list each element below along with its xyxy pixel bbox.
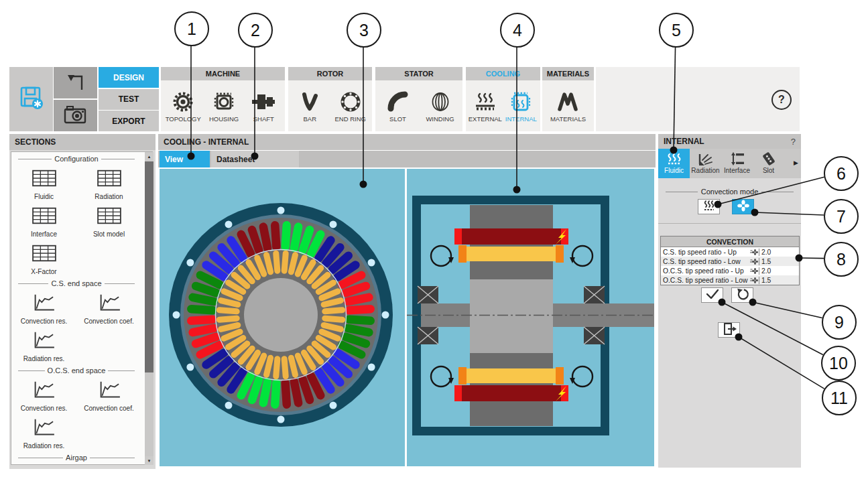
ribbon-group-title: MACHINE — [161, 67, 285, 80]
slot-tab-icon — [760, 151, 778, 167]
ribbon-item-end-ring[interactable]: END RING — [334, 89, 367, 123]
table-icon — [29, 206, 59, 228]
ribbon-item-internal[interactable]: INTERNAL — [504, 89, 538, 123]
scrollbar[interactable]: ▲ ▼ — [145, 152, 153, 465]
ribbon-item-external[interactable]: EXTERNAL — [469, 89, 502, 123]
sections-panel-title: SECTIONS — [15, 137, 56, 147]
section-item-slot-model[interactable]: Slot model — [93, 206, 125, 238]
internal-tab-radiation[interactable]: Radiation — [690, 149, 721, 178]
stator-slot-icon — [387, 89, 410, 115]
axial-cross-section-view[interactable] — [407, 169, 654, 466]
section-item-convection-coef[interactable]: Convection coef. — [84, 380, 134, 412]
section-item-radiation-res[interactable]: Radiation res. — [23, 330, 65, 362]
divider — [658, 223, 801, 224]
callout-11: 11 — [822, 381, 857, 415]
forced-convection-button[interactable] — [732, 199, 754, 214]
section-item-radiation[interactable]: Radiation — [95, 168, 124, 200]
tab-datasheet[interactable]: Datasheet — [211, 151, 299, 167]
section-item-label: Slot model — [93, 230, 125, 238]
application-window: DESIGNTESTEXPORT MACHINETOPOLOGYHOUSINGS… — [0, 0, 868, 477]
ribbon-item-label: BAR — [303, 115, 316, 123]
chart-icon — [30, 380, 57, 403]
export-mode-button[interactable]: EXPORT — [99, 111, 159, 131]
more-tabs-arrow-icon[interactable]: ▶ — [794, 159, 798, 166]
radiation-icon — [697, 151, 715, 167]
parameter-value[interactable]: 2.0 — [759, 249, 799, 256]
ribbon-item-topology[interactable]: TOPOLOGY — [166, 89, 201, 123]
parameter-value[interactable]: 2.0 — [759, 267, 799, 275]
ribbon-item-winding[interactable]: WINDING — [424, 89, 457, 123]
panel-help-button[interactable]: ? — [791, 137, 796, 147]
reset-button[interactable] — [731, 287, 753, 303]
internal-tab-interface[interactable]: Interface — [721, 149, 753, 178]
ribbon-item-slot[interactable]: SLOT — [381, 89, 415, 123]
tab-view[interactable]: View — [160, 151, 210, 167]
section-item-label: Radiation res. — [23, 442, 65, 450]
section-group-title: O.C.S. end space — [48, 366, 106, 374]
internal-tab-label: Fluidic — [664, 167, 684, 174]
help-button[interactable]: ? — [771, 90, 792, 110]
topology-icon — [172, 89, 194, 115]
section-item-label: Convection res. — [21, 318, 67, 325]
rotor-bar-icon — [300, 89, 320, 115]
ribbon-group-cooling: COOLINGEXTERNALINTERNAL — [466, 67, 540, 131]
ribbon-item-materials[interactable]: MATERIALS — [550, 89, 586, 123]
natural-convection-button[interactable] — [698, 199, 720, 214]
design-mode-button[interactable]: DESIGN — [99, 67, 159, 88]
ribbon-item-label: END RING — [335, 115, 366, 123]
save-icon — [18, 84, 45, 114]
return-arrow-button[interactable] — [54, 67, 97, 98]
housing-icon — [212, 89, 235, 115]
ribbon-item-housing[interactable]: HOUSING — [207, 89, 241, 123]
ribbon-help-area: ? — [596, 67, 800, 131]
ribbon-item-bar[interactable]: BAR — [293, 89, 326, 123]
internal-tab-slot[interactable]: Slot — [753, 149, 784, 178]
section-item-convection-res[interactable]: Convection res. — [21, 380, 67, 412]
apply-button[interactable] — [701, 287, 723, 303]
chart-icon — [96, 380, 123, 403]
ribbon-group-title: MATERIALS — [542, 67, 594, 80]
ribbon-group-stator: STATORSLOTWINDING — [375, 67, 462, 131]
fan-small-icon — [748, 258, 759, 265]
export-table-button[interactable] — [718, 322, 740, 338]
internal-tab-fluidic[interactable]: Fluidic — [658, 149, 690, 178]
parameter-value[interactable]: 1.5 — [759, 277, 799, 284]
section-group-o-c-s-end-space: O.C.S. end spaceConvection res.Convectio… — [11, 366, 141, 451]
fan-icon — [736, 200, 751, 214]
radial-cross-section-view[interactable] — [160, 169, 405, 466]
check-icon — [704, 287, 721, 303]
ribbon-group-machine: MACHINETOPOLOGYHOUSINGSHAFT — [161, 67, 285, 131]
ribbon-item-label: SLOT — [389, 115, 406, 123]
end-ring-icon — [339, 89, 362, 115]
parameter-value[interactable]: 1.5 — [759, 258, 799, 265]
internal-panel-title: INTERNAL — [664, 137, 704, 146]
save-button[interactable] — [9, 67, 53, 131]
section-item-label: X-Factor — [31, 268, 56, 275]
section-item-interface[interactable]: Interface — [29, 206, 59, 238]
snapshot-button[interactable] — [54, 100, 97, 131]
section-group-title: Airgap — [66, 454, 87, 462]
scrollbar-up-arrow[interactable]: ▲ — [145, 152, 153, 161]
ribbon-item-shaft[interactable]: SHAFT — [247, 89, 280, 123]
section-item-fluidic[interactable]: Fluidic — [29, 168, 59, 200]
convection-table: CONVECTION C.S. tip speed ratio - Up2.0C… — [660, 236, 800, 285]
scrollbar-thumb[interactable] — [145, 161, 153, 372]
internal-tab-label: Slot — [763, 167, 774, 174]
convection-mode-group: Convection mode — [662, 188, 797, 196]
section-group-title: Configuration — [54, 155, 98, 163]
section-item-convection-res[interactable]: Convection res. — [21, 293, 67, 325]
ribbon-group-title: ROTOR — [288, 67, 372, 80]
export-icon — [721, 322, 737, 339]
section-item-x-factor[interactable]: X-Factor — [29, 243, 59, 275]
materials-icon — [556, 89, 579, 115]
parameter-label: C.S. tip speed ratio - Up — [661, 249, 748, 256]
section-item-convection-coef[interactable]: Convection coef. — [84, 293, 134, 325]
section-item-label: Fluidic — [34, 193, 54, 200]
ribbon-item-label: SHAFT — [253, 115, 274, 123]
ribbon-item-label: HOUSING — [209, 115, 239, 123]
ribbon-group-title: COOLING — [466, 67, 540, 80]
callout-8: 8 — [824, 242, 859, 277]
scrollbar-down-arrow[interactable]: ▼ — [145, 456, 153, 465]
test-mode-button[interactable]: TEST — [99, 89, 159, 110]
section-item-radiation-res[interactable]: Radiation res. — [23, 417, 65, 450]
